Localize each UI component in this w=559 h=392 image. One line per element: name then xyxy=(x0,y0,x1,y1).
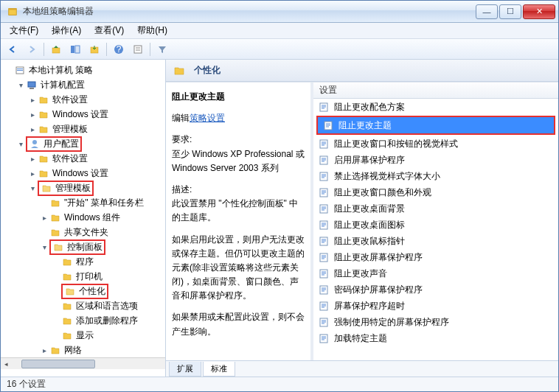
collapse-icon[interactable]: ▾ xyxy=(39,243,49,251)
nav-back-button[interactable] xyxy=(4,41,21,57)
list-row[interactable]: 密码保护屏幕保护程序 xyxy=(313,281,558,298)
list-row[interactable]: 阻止更改桌面图标 xyxy=(313,217,558,233)
svg-text:?: ? xyxy=(117,44,122,55)
setting-icon xyxy=(318,170,330,182)
desc-text: 如果禁用或未配置此设置，则不会产生影响。 xyxy=(172,310,305,338)
collapse-icon[interactable]: ▾ xyxy=(15,81,26,89)
list-row[interactable]: 阻止更改配色方案 xyxy=(313,99,558,115)
tree-root[interactable]: 本地计算机 策略 xyxy=(4,63,165,77)
show-tree-button[interactable] xyxy=(66,41,84,57)
list-row[interactable]: 加载特定主题 xyxy=(313,330,558,346)
menubar: 文件(F) 操作(A) 查看(V) 帮助(H) xyxy=(1,23,558,39)
svg-rect-1 xyxy=(9,8,17,10)
expand-icon[interactable]: ▸ xyxy=(39,214,49,222)
tree-item[interactable]: "开始" 菜单和任务栏 xyxy=(39,195,165,210)
settings-list: 设置 阻止更改配色方案阻止更改主题阻止更改窗口和按钮的视觉样式启用屏幕保护程序禁… xyxy=(313,83,558,360)
filter-button[interactable] xyxy=(153,41,171,57)
tree-computer-config[interactable]: ▾ 计算机配置 xyxy=(15,77,165,92)
list-row[interactable]: 强制使用特定的屏幕保护程序 xyxy=(313,314,558,330)
tree-item[interactable]: 程序 xyxy=(51,254,165,269)
list-row[interactable]: 阻止更改窗口颜色和外观 xyxy=(313,184,558,200)
tree-item[interactable]: ▸软件设置 xyxy=(27,151,165,166)
expand-icon[interactable]: ▸ xyxy=(27,169,38,178)
statusbar: 16 个设置 xyxy=(1,377,558,391)
expand-icon[interactable]: ▸ xyxy=(27,111,38,119)
list-row[interactable]: 禁止选择视觉样式字体大小 xyxy=(313,168,558,184)
tree-user-config[interactable]: ▾ 用户配置 xyxy=(15,136,165,151)
list-header[interactable]: 设置 xyxy=(313,83,558,99)
tree-label: Windows 组件 xyxy=(64,211,120,224)
close-button[interactable]: ✕ xyxy=(523,4,555,19)
tree-label: Windows 设置 xyxy=(52,108,108,121)
list-row[interactable]: 阻止更改声音 xyxy=(313,265,558,281)
tree-item[interactable]: ▸网络 xyxy=(39,343,165,357)
folder-icon xyxy=(61,270,73,282)
folder-icon xyxy=(173,65,185,77)
list-row[interactable]: 阻止更改桌面背景 xyxy=(313,200,558,217)
policy-icon xyxy=(14,64,26,76)
list-row[interactable]: 阻止更改窗口和按钮的视觉样式 xyxy=(313,136,558,152)
expand-icon[interactable]: ▸ xyxy=(27,96,38,104)
properties-button[interactable] xyxy=(129,41,147,57)
edit-policy-link[interactable]: 策略设置 xyxy=(190,113,225,123)
desc-edit-prefix: 编辑 xyxy=(172,113,190,123)
tree-label: 共享文件夹 xyxy=(64,226,108,239)
req-text: 至少 Windows XP Professional 或 Windows Ser… xyxy=(172,147,305,175)
list-row[interactable]: 屏幕保护程序超时 xyxy=(313,298,558,314)
list-row[interactable]: 启用屏幕保护程序 xyxy=(313,152,558,168)
tree-item[interactable]: 显示 xyxy=(51,328,165,343)
tab-extended[interactable]: 扩展 xyxy=(169,362,201,377)
tree-item[interactable]: ▸Windows 设置 xyxy=(27,166,165,181)
list-row[interactable]: 阻止更改主题 xyxy=(318,117,554,133)
folder-icon xyxy=(49,344,61,356)
expand-icon[interactable]: ▸ xyxy=(27,125,38,133)
tree-label: Windows 设置 xyxy=(52,167,108,180)
setting-icon xyxy=(318,235,330,247)
folder-icon xyxy=(49,211,61,223)
tree-label: 显示 xyxy=(76,329,94,342)
tree-item[interactable]: 共享文件夹 xyxy=(39,225,165,239)
tree-item[interactable]: ▸软件设置 xyxy=(27,92,165,107)
svg-rect-3 xyxy=(71,46,74,53)
tree-personalization[interactable]: 个性化 xyxy=(51,284,165,298)
tree-item[interactable]: ▸管理模板 xyxy=(27,122,165,136)
tree-admin-templates[interactable]: ▾ 管理模板 xyxy=(27,181,165,195)
tree-item[interactable]: 添加或删除程序 xyxy=(51,313,165,328)
tab-standard[interactable]: 标准 xyxy=(203,362,235,377)
menu-action[interactable]: 操作(A) xyxy=(46,23,87,38)
maximize-button[interactable]: ☐ xyxy=(499,4,521,19)
tree-hscroll[interactable]: ◂ xyxy=(1,357,165,369)
minimize-button[interactable]: — xyxy=(476,4,498,19)
export-button[interactable] xyxy=(86,41,103,57)
menu-view[interactable]: 查看(V) xyxy=(88,23,130,38)
tree-pane[interactable]: 本地计算机 策略 ▾ 计算机配置 ▸软件设置 ▸Windows 设置 xyxy=(1,60,166,377)
menu-help[interactable]: 帮助(H) xyxy=(131,23,173,38)
tree-item[interactable]: ▸Windows 设置 xyxy=(27,107,165,122)
menu-file[interactable]: 文件(F) xyxy=(4,23,44,38)
collapse-icon[interactable]: ▾ xyxy=(15,140,26,148)
tree-label: 程序 xyxy=(76,256,94,268)
status-text: 16 个设置 xyxy=(7,378,46,391)
tree-label: "开始" 菜单和任务栏 xyxy=(64,197,144,209)
window-title: 本地组策略编辑器 xyxy=(23,5,476,18)
collapse-icon[interactable]: ▾ xyxy=(27,184,38,192)
tree-item[interactable]: ▸Windows 组件 xyxy=(39,210,165,225)
folder-open-icon xyxy=(41,182,52,194)
tree-control-panel[interactable]: ▾ 控制面板 xyxy=(39,239,165,254)
req-label: 要求: xyxy=(172,133,305,147)
list-item-label: 强制使用特定的屏幕保护程序 xyxy=(334,316,449,329)
nav-forward-button[interactable] xyxy=(23,41,41,57)
expand-icon[interactable]: ▸ xyxy=(27,155,38,163)
list-row[interactable]: 阻止更改屏幕保护程序 xyxy=(313,249,558,265)
help-button[interactable]: ? xyxy=(110,41,128,57)
list-item-label: 阻止更改声音 xyxy=(334,267,387,280)
tree-item[interactable]: 打印机 xyxy=(51,269,165,284)
list-row[interactable]: 阻止更改鼠标指针 xyxy=(313,233,558,249)
tree-item[interactable]: 区域和语言选项 xyxy=(51,298,165,313)
setting-icon xyxy=(318,186,330,198)
svg-rect-14 xyxy=(28,82,35,87)
up-button[interactable] xyxy=(47,41,65,57)
svg-rect-8 xyxy=(134,46,142,53)
setting-icon xyxy=(318,203,330,214)
expand-icon[interactable]: ▸ xyxy=(39,346,49,354)
